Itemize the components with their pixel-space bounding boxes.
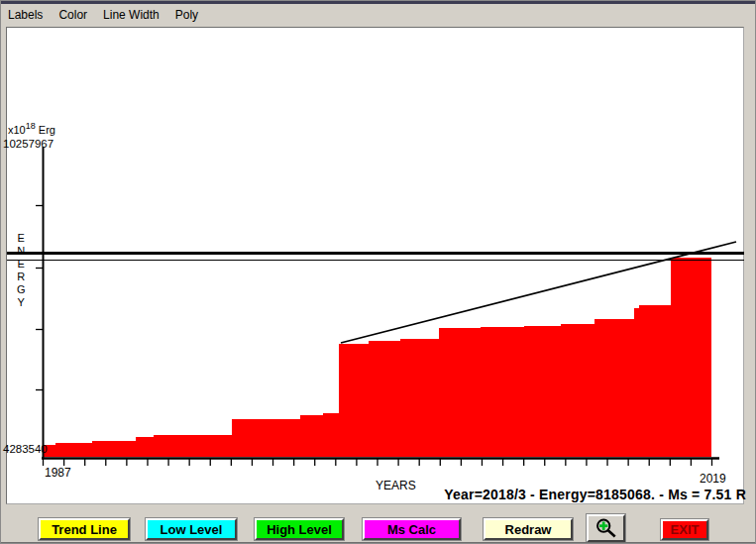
menu-color[interactable]: Color — [52, 5, 94, 25]
x-axis-title: YEARS — [376, 479, 416, 492]
magnifier-icon — [594, 515, 617, 541]
trend-line-button[interactable]: Trend Line — [39, 518, 130, 540]
x-axis-min-year: 1987 — [45, 466, 71, 480]
menu-bar: Labels Color Line Width Poly — [0, 4, 756, 25]
redraw-button[interactable]: Redraw — [484, 518, 573, 540]
x-axis-max-year: 2019 — [700, 472, 726, 486]
y-axis-min-value: 4283540 — [3, 443, 48, 455]
menu-labels[interactable]: Labels — [1, 5, 50, 25]
menu-poly[interactable]: Poly — [168, 5, 205, 25]
zoom-button[interactable] — [587, 514, 625, 542]
ms-calc-button[interactable]: Ms Calc — [363, 518, 461, 540]
y-axis-scale-label: x1018 Erg — [8, 121, 55, 136]
y-axis-max-value: 10257967 — [3, 138, 54, 150]
status-readout: Year=2018/3 - Energy=8185068. - Ms = 7.5… — [444, 487, 746, 502]
chart-panel[interactable] — [6, 27, 744, 504]
exit-button[interactable]: EXIT — [661, 519, 708, 540]
high-level-button[interactable]: High Level — [255, 518, 344, 540]
low-level-button[interactable]: Low Level — [146, 518, 237, 540]
y-axis-title-energy: E N E R G Y — [17, 232, 26, 309]
menu-line-width[interactable]: Line Width — [96, 5, 166, 25]
